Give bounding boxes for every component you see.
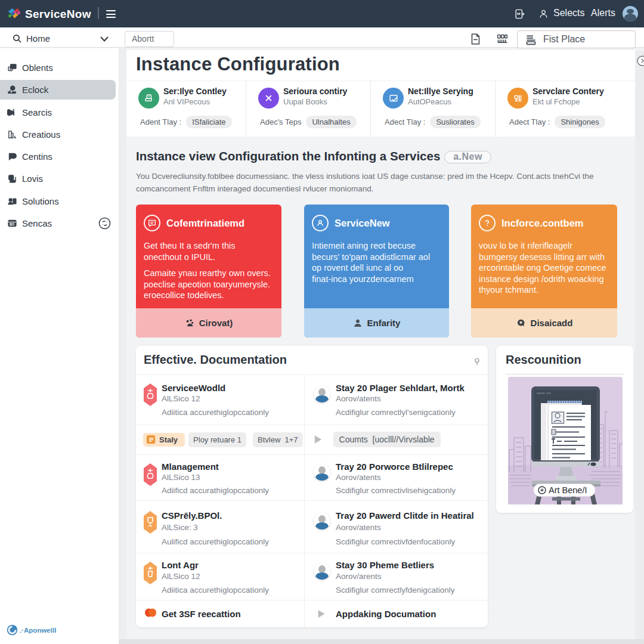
svg-text:Art Bene/I: Art Bene/I [549,485,587,495]
